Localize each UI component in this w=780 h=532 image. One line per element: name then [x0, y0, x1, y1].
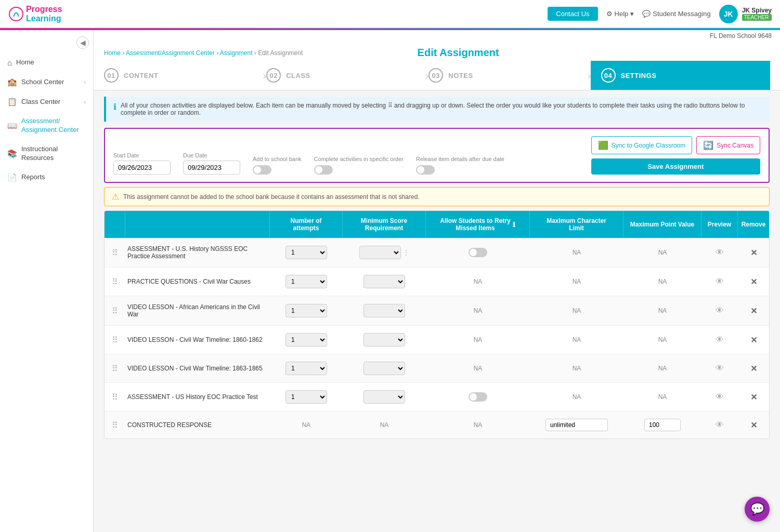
drag-handle[interactable]: ⠿ [105, 241, 125, 265]
preview-icon[interactable]: 👁 [716, 306, 724, 315]
page-title: Edit Assignment [303, 47, 614, 59]
drag-handle[interactable]: ⠿ [105, 299, 125, 323]
tab-class[interactable]: 02 CLASS [266, 61, 425, 90]
drag-handle[interactable]: ⠿ [105, 328, 125, 352]
sidebar-item-assessment-center[interactable]: 📖 Assessment/ Assignment Center [0, 112, 93, 140]
char-limit-input[interactable] [545, 419, 608, 431]
point-value-cell: NA [623, 329, 701, 351]
remove-button[interactable]: ✕ [750, 277, 757, 287]
sidebar-item-class-center[interactable]: 📋 Class Center › [0, 92, 93, 112]
tab-settings[interactable]: 04 SETTINGS [591, 61, 771, 90]
retry-cell: NA [426, 271, 530, 292]
min-score-select[interactable] [363, 390, 405, 404]
preview-icon[interactable]: 👁 [716, 392, 724, 402]
sidebar: ◀ ⌂ Home 🏫 School Center › 📋 Class Cente… [0, 30, 94, 532]
tab-notes[interactable]: 03 NOTES [428, 61, 588, 90]
sync-canvas-button[interactable]: 🔄 Sync Canvas [696, 136, 760, 154]
due-date-input[interactable] [183, 161, 240, 175]
sidebar-collapse-button[interactable]: ◀ [76, 36, 89, 49]
complete-order-label: Complete activities in specific order [314, 156, 404, 162]
logo-learning: Learning [26, 14, 62, 23]
row-name: VIDEO LESSON - African Americans in the … [125, 296, 270, 325]
sidebar-item-reports[interactable]: 📄 Reports [0, 168, 93, 188]
info-text: All of your chosen activities are displa… [121, 102, 762, 116]
breadcrumb-assessment-center[interactable]: Assessment/Assignment Center [126, 49, 215, 57]
min-score-select[interactable] [363, 275, 405, 288]
drag-handle[interactable]: ⠿ [105, 356, 125, 381]
attempts-select[interactable]: 123 [285, 246, 327, 259]
breadcrumb-area: Home › Assessment/Assignment Center › As… [94, 42, 780, 61]
start-date-input[interactable] [113, 161, 171, 175]
preview-cell: 👁 [701, 356, 738, 380]
drag-handle[interactable]: ⠿ [105, 270, 125, 294]
remove-button[interactable]: ✕ [750, 364, 757, 374]
remove-button[interactable]: ✕ [750, 248, 757, 258]
remove-cell: ✕ [738, 299, 769, 323]
attempts-select[interactable]: 1 [285, 304, 327, 317]
point-value-input[interactable] [644, 419, 681, 431]
preview-icon[interactable]: 👁 [716, 277, 724, 286]
assignments-table: Number ofattempts Minimum ScoreRequireme… [104, 210, 770, 439]
attempts-select[interactable]: 1 [285, 362, 327, 375]
svg-point-0 [9, 7, 23, 21]
info-icon: ℹ [113, 102, 116, 112]
preview-icon[interactable]: 👁 [716, 420, 724, 430]
more-icon[interactable]: ⋮ [403, 249, 409, 256]
min-score-cell [343, 297, 426, 325]
remove-button[interactable]: ✕ [750, 392, 757, 402]
retry-toggle[interactable] [469, 248, 487, 257]
min-score-select[interactable] [363, 362, 405, 375]
remove-cell: ✕ [738, 270, 769, 294]
drag-handle[interactable]: ⠿ [105, 385, 125, 409]
complete-order-toggle[interactable] [314, 165, 333, 175]
chat-bubble[interactable]: 💬 [745, 497, 770, 522]
attempts-select[interactable]: 1 [285, 390, 327, 404]
min-score-select[interactable] [363, 304, 405, 317]
remove-button[interactable]: ✕ [750, 335, 757, 345]
attempts-cell: 1 [270, 326, 343, 354]
start-date-label: Start Date [113, 152, 171, 158]
preview-icon[interactable]: 👁 [716, 248, 724, 257]
point-value-cell: NA [623, 271, 701, 292]
start-date-group: Start Date [113, 152, 171, 175]
sidebar-item-school-center[interactable]: 🏫 School Center › [0, 72, 93, 92]
settings-panel: Start Date Due Date Add to school bank C… [104, 128, 770, 183]
preview-icon[interactable]: 👁 [716, 335, 724, 344]
min-score-select[interactable] [363, 333, 405, 347]
add-school-bank-toggle[interactable] [253, 165, 271, 175]
sync-google-button[interactable]: 🟩 Sync to Google Classroom [591, 136, 693, 154]
sidebar-item-home[interactable]: ⌂ Home [0, 53, 93, 72]
th-retry: Allow Students to RetryMissed Items ℹ [426, 211, 530, 238]
student-messaging-link[interactable]: 💬 Student Messaging [642, 10, 710, 18]
min-score-select[interactable] [359, 246, 401, 259]
step-tabs: 01 CONTENT › 02 CLASS › 03 NOTES › 04 SE… [94, 61, 780, 90]
th-preview: Preview [701, 211, 738, 238]
retry-cell: NA [426, 414, 530, 436]
attempts-cell: 1 [270, 268, 343, 296]
help-menu[interactable]: ⚙ Help ▾ [606, 10, 634, 18]
breadcrumb-home[interactable]: Home [104, 49, 121, 57]
breadcrumb: Home › Assessment/Assignment Center › As… [104, 49, 303, 57]
release-group: Release item details after due date [416, 156, 504, 175]
sidebar-item-instructional-resources[interactable]: 📚 Instructional Resources [0, 140, 93, 168]
th-attempts: Number ofattempts [270, 211, 343, 238]
preview-icon[interactable]: 👁 [716, 364, 724, 373]
tab-content[interactable]: 01 CONTENT [104, 61, 263, 90]
breadcrumb-assignment[interactable]: Assignment [220, 49, 253, 57]
save-assignment-button[interactable]: Save Assignment [591, 158, 760, 175]
preview-cell: 👁 [701, 270, 738, 294]
remove-cell: ✕ [738, 241, 769, 265]
point-value-cell [623, 411, 701, 438]
user-profile[interactable]: JK JK Spivey TEACHER [719, 5, 772, 23]
remove-button[interactable]: ✕ [750, 306, 757, 316]
remove-button[interactable]: ✕ [750, 420, 757, 430]
drag-handle[interactable]: ⠿ [105, 413, 125, 437]
release-toggle[interactable] [416, 165, 435, 175]
attempts-select[interactable]: 1 [285, 275, 327, 288]
attempts-select[interactable]: 1 [285, 333, 327, 347]
min-score-cell: ⋮ [343, 238, 426, 267]
sidebar-toggle-area: ◀ [0, 34, 93, 53]
school-icon: 🏫 [7, 77, 17, 87]
retry-toggle[interactable] [469, 392, 487, 402]
contact-us-button[interactable]: Contact Us [548, 7, 597, 21]
